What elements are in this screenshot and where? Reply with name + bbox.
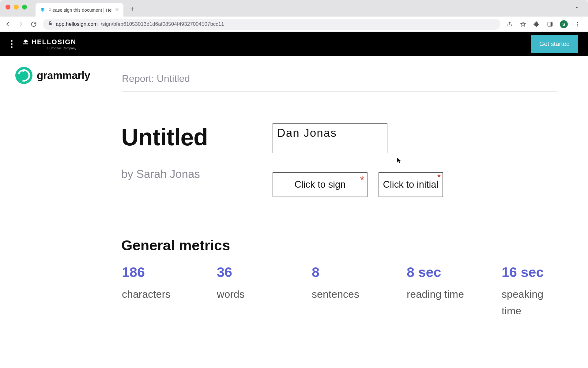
report-breadcrumb: Report: Untitled	[122, 73, 190, 84]
metric-value: 8 sec	[407, 264, 502, 280]
metric-speaking-time: 16 sec speaking time	[502, 264, 557, 319]
metric-value: 186	[122, 264, 217, 280]
click-to-initial-field[interactable]: Click to initial *	[379, 172, 443, 197]
report-prefix: Report:	[122, 73, 157, 84]
window-tab-bar: Please sign this document | He	[0, 0, 588, 17]
new-tab-button[interactable]	[130, 5, 135, 13]
brand-subtitle: a Dropbox Company	[22, 47, 76, 50]
divider	[121, 211, 557, 211]
grammarly-logo-icon	[15, 67, 32, 84]
browser-tab-active[interactable]: Please sign this document | He	[36, 3, 123, 17]
svg-point-4	[577, 25, 578, 26]
url-path: /sign/bfeb61053013d1d6af08504f4932700450…	[101, 21, 224, 27]
metric-label: sentences	[312, 286, 407, 302]
sign-label: Click to sign	[294, 179, 345, 190]
bookmark-star-icon[interactable]	[519, 21, 527, 28]
metric-value: 8	[312, 264, 407, 280]
lock-icon	[48, 21, 53, 27]
window-traffic-lights	[6, 5, 27, 10]
browser-toolbar: app.hellosign.com/sign/bfeb61053013d1d6a…	[0, 17, 588, 32]
app-header: HELLOSIGN a Dropbox Company Get started	[0, 32, 588, 56]
metric-words: 36 words	[217, 264, 312, 319]
required-asterisk-icon: *	[437, 173, 441, 182]
report-title: Untitled	[157, 73, 190, 84]
window-minimize-button[interactable]	[14, 5, 19, 10]
metric-label: words	[217, 286, 312, 302]
tab-close-button[interactable]	[115, 7, 119, 13]
toolbar-actions: S	[506, 20, 584, 28]
window-close-button[interactable]	[6, 5, 10, 10]
brand-logo[interactable]: HELLOSIGN a Dropbox Company	[22, 38, 76, 50]
nav-back-button[interactable]	[4, 21, 12, 28]
metric-label: speaking time	[502, 286, 557, 319]
svg-rect-5	[23, 43, 28, 44]
metric-value: 16 sec	[502, 264, 557, 280]
tab-title: Please sign this document | He	[48, 7, 112, 13]
side-panel-icon[interactable]	[546, 21, 554, 28]
mouse-cursor-icon	[397, 158, 401, 164]
click-to-sign-field[interactable]: Click to sign *	[273, 172, 368, 197]
grammarly-wordmark: grammarly	[37, 69, 90, 82]
metric-label: characters	[122, 286, 217, 302]
metric-reading-time: 8 sec reading time	[407, 264, 502, 319]
avatar-initial: S	[562, 22, 565, 27]
brand-name: HELLOSIGN	[32, 38, 76, 46]
grammarly-brand: grammarly	[15, 67, 90, 84]
signer-name-field[interactable]: Dan Jonas	[273, 123, 387, 153]
divider	[122, 91, 557, 92]
svg-point-3	[577, 24, 578, 25]
url-origin: app.hellosign.com	[56, 21, 98, 27]
get-started-button[interactable]: Get started	[531, 35, 578, 53]
window-zoom-button[interactable]	[22, 5, 27, 10]
tab-overflow-button[interactable]	[574, 5, 579, 12]
metric-sentences: 8 sentences	[312, 264, 407, 319]
metric-value: 36	[217, 264, 312, 280]
document-surface: grammarly Report: Untitled Untitled by S…	[0, 56, 588, 368]
required-asterisk-icon: *	[360, 174, 364, 185]
hellosign-favicon-icon	[40, 7, 45, 13]
nav-reload-button[interactable]	[30, 21, 37, 28]
hamburger-menu-button[interactable]	[10, 39, 14, 49]
address-bar[interactable]: app.hellosign.com/sign/bfeb61053013d1d6a…	[43, 19, 500, 30]
initial-label: Click to initial	[383, 179, 439, 190]
nav-forward-button[interactable]	[17, 21, 24, 28]
kebab-menu-icon[interactable]	[574, 21, 581, 28]
svg-rect-1	[551, 22, 552, 26]
profile-avatar[interactable]: S	[560, 20, 568, 28]
hellosign-mark-icon	[22, 39, 29, 45]
metric-characters: 186 characters	[122, 264, 217, 319]
metrics-heading: General metrics	[121, 237, 230, 254]
signer-name-value: Dan Jonas	[277, 127, 337, 139]
extensions-icon[interactable]	[533, 21, 540, 28]
metrics-grid: 186 characters 36 words 8 sentences 8 se…	[122, 264, 557, 319]
metric-label: reading time	[407, 286, 502, 302]
svg-point-2	[577, 22, 578, 23]
share-icon[interactable]	[506, 21, 513, 28]
divider	[121, 341, 557, 341]
